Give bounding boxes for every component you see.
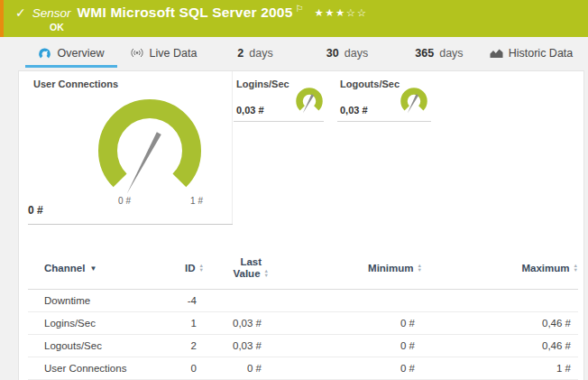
column-header-channel[interactable]: Channel▼ [28,256,163,290]
table-row-downtime[interactable]: Downtime -4 [28,290,578,312]
cell-maximum: 1 # [422,357,578,380]
cell-channel: Logins/Sec [28,312,163,335]
cell-channel: User Connections [28,357,163,380]
sort-active-icon: ▼ [89,264,96,273]
table-row-user-connections[interactable]: User Connections 0 0 # 0 # 1 # [28,357,578,380]
channel-table: Channel▼ ID▲▼ Last Value▲▼ Minimum▲▼ Max… [28,256,576,380]
tab-overview[interactable]: Overview [25,42,117,68]
cell-last-value: 0 # [204,357,269,380]
gauge-dial [78,86,221,207]
gauge-title: Logouts/Sec [340,79,400,89]
cell-channel: Logouts/Sec [28,335,163,357]
cell-minimum: 0 # [269,335,422,357]
cell-maximum: 0,46 # [422,312,578,335]
gauge-dial [398,85,430,117]
table-row-logouts-sec[interactable]: Logouts/Sec 2 0,03 # 0 # 0,46 # [28,335,578,357]
tab-historic-data[interactable]: Historic Data [485,42,577,68]
sensor-title: WMI Microsoft SQL Server 2005 [78,5,293,21]
tab-365-days-label: days [439,47,463,60]
priority-stripe [0,0,4,37]
priority-stars[interactable]: ★★★☆☆ [314,6,367,19]
sensor-kind-label: Sensor [32,6,71,20]
cell-last-value: 0,03 # [204,335,269,357]
tab-overview-label: Overview [57,47,104,60]
gauge-needle [124,132,161,195]
gauge-card-logins-sec: Logins/Sec 0,03 # [234,71,324,122]
cell-minimum: 0 # [269,357,422,380]
tab-2-days-label: days [249,47,272,60]
overview-panel: User Connections 0 # 1 # 0 # Logins/Sec … [18,70,584,380]
cell-id: 0 [163,357,204,380]
sensor-header: ✓ Sensor WMI Microsoft SQL Server 2005 ⚐… [0,0,588,37]
column-header-minimum[interactable]: Minimum▲▼ [269,256,422,290]
tab-365-days[interactable]: 365 days [393,42,485,68]
tab-bar: Overview Live Data 2 days 30 days 365 da… [25,42,577,68]
live-signal-icon [130,47,144,59]
cell-maximum: 0,46 # [422,335,578,357]
cell-last-value [204,290,269,312]
flag-icon[interactable]: ⚐ [295,4,303,14]
tab-2-days-number: 2 [237,47,243,60]
gauge-current-value: 0,03 # [340,105,368,116]
tab-30-days-label: days [345,47,368,60]
status-badge: OK [50,22,64,32]
sort-icon: ▲▼ [264,269,269,277]
chart-icon [490,48,503,59]
sort-icon: ▲▼ [574,264,578,272]
gauge-scale-min: 0 # [112,196,137,206]
gauge-current-value: 0,03 # [236,105,264,116]
gauge-card-logouts-sec: Logouts/Sec 0,03 # [337,71,431,122]
tab-historic-data-label: Historic Data [509,47,574,60]
card-divider [28,224,233,225]
tab-30-days-number: 30 [326,47,339,60]
column-header-last-value[interactable]: Last Value▲▼ [204,256,269,290]
gauge-icon [38,47,51,60]
gauge-scale-max: 1 # [184,196,209,206]
gauge-card-user-connections: User Connections 0 # 1 # 0 # [19,71,233,225]
sort-icon: ▲▼ [199,264,204,272]
gauge-dial [293,85,326,117]
tab-365-days-number: 365 [415,47,434,60]
column-header-id[interactable]: ID▲▼ [163,256,204,290]
cell-maximum [422,290,578,312]
cell-id: 1 [163,312,204,335]
table-row-logins-sec[interactable]: Logins/Sec 1 0,03 # 0 # 0,46 # [28,312,578,335]
gauge-title: Logins/Sec [236,79,289,89]
status-ok-icon: ✓ [15,5,26,20]
cell-last-value: 0,03 # [204,312,269,335]
column-header-maximum[interactable]: Maximum▲▼ [422,256,578,290]
tab-live-data[interactable]: Live Data [117,42,209,68]
cell-minimum [269,290,422,312]
cell-minimum: 0 # [269,312,422,335]
tab-live-data-label: Live Data [150,47,198,60]
cell-id: 2 [163,335,204,357]
cell-id: -4 [163,290,204,312]
tab-2-days[interactable]: 2 days [209,42,301,68]
sort-icon: ▲▼ [418,264,422,272]
tab-30-days[interactable]: 30 days [301,42,393,68]
gauge-current-value: 0 # [28,204,43,217]
cell-channel: Downtime [28,290,163,312]
